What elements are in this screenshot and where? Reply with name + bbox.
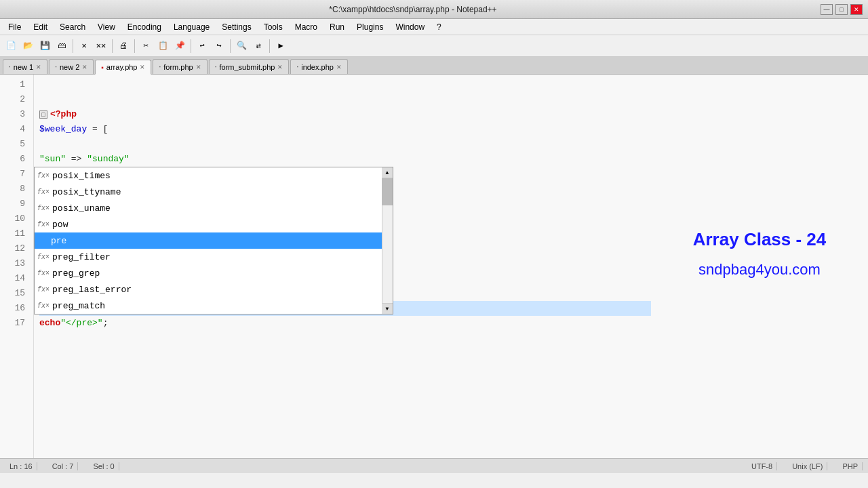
- menu-item-tools[interactable]: Tools: [258, 21, 288, 33]
- tab-close-index[interactable]: ✕: [336, 64, 342, 70]
- menu-item-view[interactable]: View: [92, 21, 121, 33]
- save-button[interactable]: 💾: [37, 38, 53, 54]
- menu-item-run[interactable]: Run: [324, 21, 350, 33]
- line-num-11: 11: [0, 226, 29, 241]
- minimize-button[interactable]: —: [821, 4, 833, 15]
- ac-scrollbar[interactable]: ▲▼: [382, 167, 393, 314]
- replace-button[interactable]: ⇄: [250, 38, 267, 54]
- tab-close-array[interactable]: ✕: [140, 64, 145, 70]
- line-num-14: 14: [0, 271, 29, 286]
- ac-item-pow[interactable]: fx×pow: [35, 216, 382, 232]
- close-all-button[interactable]: ✕✕: [93, 38, 109, 54]
- line-num-10: 10: [0, 211, 29, 226]
- status-type: Unix (LF): [788, 462, 827, 470]
- ac-item-preg_grep[interactable]: fx×preg_grep: [35, 265, 382, 281]
- line-num-2: 2: [0, 92, 29, 107]
- titlebar: *C:\xampp\htdocs\sndp\array.php - Notepa…: [0, 0, 868, 19]
- tab-array[interactable]: ▪array.php✕: [95, 60, 151, 75]
- line-num-17: 17: [0, 316, 29, 331]
- menu-item-?[interactable]: ?: [431, 21, 447, 33]
- menu-item-macro[interactable]: Macro: [290, 21, 323, 33]
- right-panel: Array Class - 24 sndpbag4you.com: [651, 75, 868, 473]
- tab-form[interactable]: ·form.php✕: [153, 59, 207, 74]
- tab-close-form_submit[interactable]: ✕: [277, 64, 283, 70]
- find-button[interactable]: 🔍: [233, 38, 250, 54]
- line-num-6: 6: [0, 152, 29, 167]
- toolbar-separator-2: [112, 39, 113, 53]
- line-num-12: 12: [0, 241, 29, 256]
- ac-item-preg_filter[interactable]: fx×preg_filter: [35, 249, 382, 265]
- ac-item-posix_ttyname[interactable]: fx×posix_ttyname: [35, 184, 382, 200]
- tab-icon-form: ·: [159, 63, 161, 70]
- ac-text-preg_filter: preg_filter: [52, 252, 111, 262]
- line-num-15: 15: [0, 286, 29, 301]
- menu-item-language[interactable]: Language: [168, 21, 215, 33]
- tab-new1[interactable]: ·new 1✕: [3, 59, 47, 74]
- ac-icon-preg_match: fx×: [37, 302, 50, 310]
- tab-label-form_submit: form_submit.php: [219, 63, 275, 71]
- ac-scroll-thumb[interactable]: [382, 178, 393, 205]
- menu-item-plugins[interactable]: Plugins: [351, 21, 389, 33]
- tab-close-new2[interactable]: ✕: [82, 64, 87, 70]
- ac-text-posix_uname: posix_uname: [52, 203, 111, 214]
- close-button[interactable]: ✕: [850, 4, 863, 15]
- ac-item-preg_last_error[interactable]: fx×preg_last_error: [35, 281, 382, 298]
- menubar: FileEditSearchViewEncodingLanguageSettin…: [0, 19, 868, 35]
- ac-scroll-up[interactable]: ▲: [382, 167, 393, 178]
- close-button-tb[interactable]: ✕: [76, 38, 92, 54]
- statusbar: Ln : 16 Col : 7 Sel : 0 UTF-8 Unix (LF) …: [0, 458, 868, 473]
- menu-item-search[interactable]: Search: [54, 21, 91, 33]
- tab-icon-array: ▪: [101, 64, 104, 71]
- ac-item-posix_uname[interactable]: fx×posix_uname: [35, 200, 382, 216]
- ac-icon-posix_ttyname: fx×: [37, 188, 50, 196]
- new-button[interactable]: 📄: [3, 38, 19, 54]
- toolbar-separator-1: [73, 39, 73, 53]
- line-numbers: 1234567891011121314151617: [0, 75, 34, 473]
- line-num-7: 7: [0, 167, 29, 182]
- title-text: *C:\xampp\htdocs\sndp\array.php - Notepa…: [5, 5, 821, 14]
- ac-scroll-down[interactable]: ▼: [382, 303, 393, 314]
- line-num-13: 13: [0, 256, 29, 271]
- undo-button[interactable]: ↩: [194, 38, 210, 54]
- tab-icon-form_submit: ·: [215, 63, 217, 70]
- status-col: Col : 7: [48, 462, 79, 470]
- menu-item-file[interactable]: File: [3, 21, 26, 33]
- tab-icon-new2: ·: [55, 63, 57, 70]
- ac-icon-preg_last_error: fx×: [37, 286, 50, 293]
- tab-form_submit[interactable]: ·form_submit.php✕: [209, 59, 290, 74]
- ac-icon-preg_filter: fx×: [37, 253, 50, 261]
- paste-button[interactable]: 📌: [172, 38, 188, 54]
- menu-item-settings[interactable]: Settings: [216, 21, 256, 33]
- toolbar: 📄 📂 💾 🗃 ✕ ✕✕ 🖨 ✂ 📋 📌 ↩ ↪ 🔍 ⇄ ▶: [0, 35, 868, 57]
- line-num-3: 3: [0, 107, 29, 122]
- open-button[interactable]: 📂: [20, 38, 36, 54]
- tab-label-new1: new 1: [14, 63, 33, 71]
- run-button[interactable]: ▶: [273, 38, 289, 54]
- tab-close-new1[interactable]: ✕: [36, 64, 41, 70]
- menu-item-edit[interactable]: Edit: [28, 21, 53, 33]
- maximize-button[interactable]: □: [835, 4, 848, 15]
- copy-button[interactable]: 📋: [155, 38, 171, 54]
- cut-button[interactable]: ✂: [138, 38, 154, 54]
- panel-title: Array Class - 24: [693, 229, 827, 250]
- tab-index[interactable]: ·index.php✕: [290, 59, 348, 74]
- ac-item-pre[interactable]: pre: [35, 232, 382, 249]
- status-encoding: UTF-8: [747, 462, 777, 470]
- line-num-4: 4: [0, 122, 29, 137]
- ac-text-pow: pow: [52, 220, 68, 230]
- save-all-button[interactable]: 🗃: [54, 38, 70, 54]
- tab-close-form[interactable]: ✕: [196, 64, 201, 70]
- ac-item-posix_times[interactable]: fx×posix_times: [35, 167, 382, 184]
- print-button[interactable]: 🖨: [115, 38, 132, 54]
- tab-label-new2: new 2: [60, 63, 79, 71]
- menu-item-encoding[interactable]: Encoding: [122, 21, 167, 33]
- ac-item-preg_match[interactable]: fx×preg_match: [35, 298, 382, 314]
- ac-icon-posix_uname: fx×: [37, 205, 50, 212]
- toolbar-separator-5: [230, 39, 231, 53]
- autocomplete-dropdown[interactable]: fx×posix_timesfx×posix_ttynamefx×posix_u…: [34, 167, 393, 314]
- menu-item-window[interactable]: Window: [390, 21, 430, 33]
- toolbar-separator-3: [134, 39, 135, 53]
- redo-button[interactable]: ↪: [211, 38, 227, 54]
- tab-new2[interactable]: ·new 2✕: [49, 59, 94, 74]
- line-num-1: 1: [0, 77, 29, 92]
